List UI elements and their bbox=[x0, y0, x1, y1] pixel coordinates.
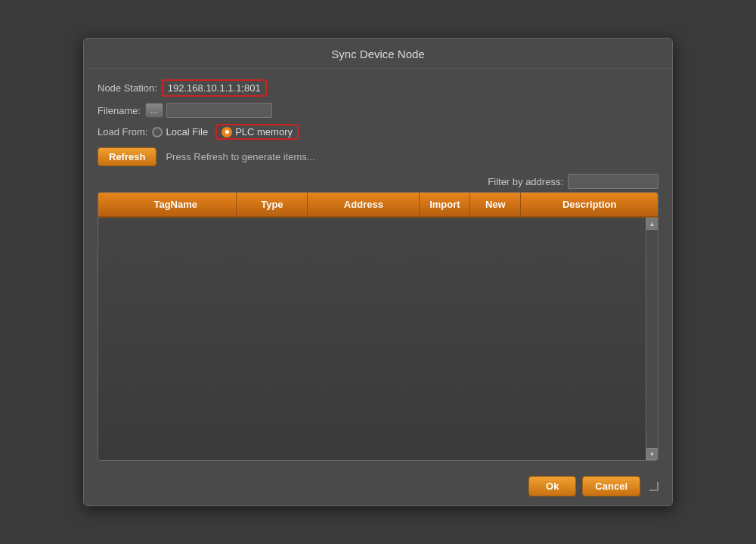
filename-label: Filename: bbox=[98, 105, 141, 116]
node-station-row: Node Station: 192.168.10.1.1.1;801 bbox=[98, 79, 658, 97]
refresh-hint: Press Refresh to generate items... bbox=[166, 151, 314, 162]
filename-row: Filename: ... bbox=[98, 103, 658, 118]
table-body: ▲ ▼ bbox=[98, 218, 658, 460]
scrollbar[interactable]: ▲ ▼ bbox=[646, 218, 658, 460]
browse-button[interactable]: ... bbox=[145, 103, 163, 118]
node-station-value: 192.168.10.1.1.1;801 bbox=[168, 82, 261, 94]
refresh-row: Refresh Press Refresh to generate items.… bbox=[98, 147, 658, 166]
col-header-import: Import bbox=[420, 193, 470, 216]
refresh-button[interactable]: Refresh bbox=[98, 147, 156, 166]
left-indicator bbox=[98, 193, 115, 216]
dialog-title: Sync Device Node bbox=[84, 39, 672, 69]
node-station-box: 192.168.10.1.1.1;801 bbox=[162, 79, 267, 97]
local-file-radio[interactable] bbox=[152, 127, 163, 138]
sync-device-node-dialog: Sync Device Node Node Station: 192.168.1… bbox=[83, 38, 673, 506]
node-station-label: Node Station: bbox=[98, 82, 157, 94]
filter-label: Filter by address: bbox=[488, 176, 563, 187]
col-header-new: New bbox=[470, 193, 521, 216]
scroll-up-arrow[interactable]: ▲ bbox=[646, 218, 658, 230]
scrollbar-thumb[interactable] bbox=[646, 230, 658, 448]
dialog-body: Node Station: 192.168.10.1.1.1;801 Filen… bbox=[84, 69, 672, 468]
corner-decoration bbox=[649, 482, 658, 491]
load-from-label: Load From: bbox=[98, 126, 147, 138]
local-file-label: Local File bbox=[166, 126, 208, 138]
col-header-description: Description bbox=[521, 193, 658, 216]
filename-input[interactable] bbox=[166, 103, 272, 118]
load-from-radio-group: Local File PLC memory bbox=[152, 124, 299, 140]
col-header-type: Type bbox=[237, 193, 308, 216]
plc-memory-label: PLC memory bbox=[235, 126, 293, 138]
plc-memory-radio[interactable] bbox=[222, 127, 232, 138]
col-header-tagname: TagName bbox=[115, 193, 237, 216]
data-table: TagName Type Address Import New Descript… bbox=[98, 192, 658, 461]
scroll-down-arrow[interactable]: ▼ bbox=[646, 448, 658, 460]
ok-button[interactable]: Ok bbox=[528, 476, 576, 496]
table-header: TagName Type Address Import New Descript… bbox=[98, 193, 658, 218]
cancel-button[interactable]: Cancel bbox=[582, 476, 640, 496]
filter-row: Filter by address: bbox=[98, 174, 658, 189]
col-header-address: Address bbox=[308, 193, 420, 216]
plc-memory-option[interactable]: PLC memory bbox=[215, 124, 299, 140]
filter-input[interactable] bbox=[568, 174, 658, 189]
local-file-option[interactable]: Local File bbox=[152, 126, 208, 138]
load-from-row: Load From: Local File PLC memory bbox=[98, 124, 658, 140]
dialog-footer: Ok Cancel bbox=[84, 468, 672, 505]
